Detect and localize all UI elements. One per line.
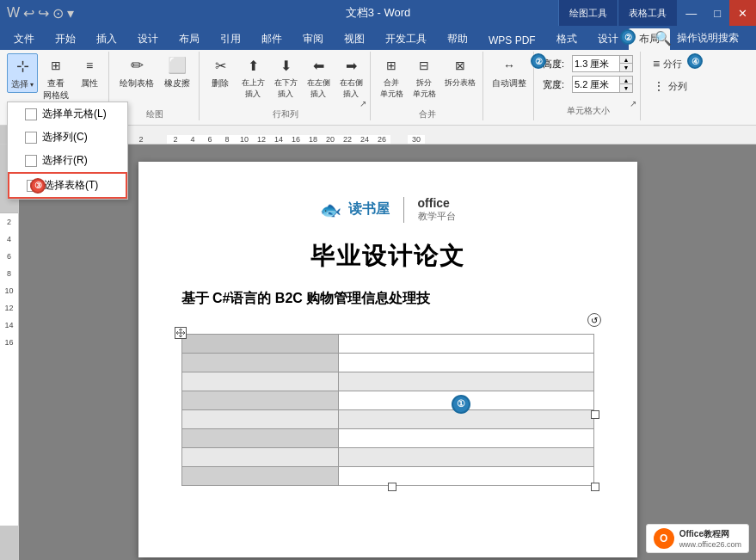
distribute-cols-button[interactable]: ⋮ 分列 <box>649 77 691 95</box>
menu-wpspdf[interactable]: WPS PDF <box>478 31 546 50</box>
table-cell-left[interactable] <box>181 429 338 448</box>
document-table-wrap: ↺ <box>181 334 594 486</box>
insert-right-button[interactable]: ➡ 在右侧插入 <box>335 53 366 102</box>
menu-file[interactable]: 文件 <box>3 28 45 50</box>
menu-help[interactable]: 帮助 <box>437 28 478 50</box>
merge-group: ⊞ 合并单元格 ⊟ 拆分单元格 ⊠ 拆分表格 合并 <box>372 52 483 120</box>
split-table-button[interactable]: ⊠ 拆分表格 <box>441 53 479 90</box>
document-title-text: 毕业设计论文 <box>181 240 594 273</box>
insert-above-button[interactable]: ⬆ 在上方插入 <box>237 53 268 102</box>
delete-icon: ✂ <box>210 55 230 76</box>
table-row <box>181 335 593 354</box>
document-title: 文档3 - Word <box>346 5 411 21</box>
eraser-button[interactable]: ⬜ 橡皮擦 <box>161 53 194 91</box>
menu-references[interactable]: 引用 <box>210 28 251 50</box>
cell-size-expand[interactable]: ↗ <box>630 99 636 108</box>
logo-office: office <box>418 196 456 210</box>
ruler-v-footer <box>0 526 18 560</box>
merge-cells-button[interactable]: ⊞ 合并单元格 <box>376 53 407 102</box>
help-search-area[interactable]: 🔍 操作说明搜索 <box>655 30 739 46</box>
cell-size-label: 单元格大小 <box>543 105 633 117</box>
draw-table-button[interactable]: ✏ 绘制表格 <box>116 53 157 91</box>
cell-size-group: ② 高度: ▲ ▼ 宽度: ▲ ▼ <box>536 52 641 120</box>
table-cell-right[interactable] <box>338 335 593 354</box>
menu-design[interactable]: 设计 <box>127 28 169 50</box>
select-icon: ⊹ <box>12 56 33 77</box>
table-cell-left[interactable] <box>181 467 338 486</box>
height-increase[interactable]: ▲ <box>620 56 632 64</box>
table-handle-right[interactable] <box>591 410 599 419</box>
watermark-logo: O <box>654 528 674 549</box>
table-cell-left[interactable] <box>181 391 338 410</box>
menu-layout[interactable]: 布局 <box>169 28 210 50</box>
col-icon <box>25 132 37 144</box>
table-cell-right[interactable] <box>338 448 593 467</box>
menu-devtools[interactable]: 开发工具 <box>375 28 437 50</box>
document-table[interactable] <box>181 334 594 486</box>
select-col-item[interactable]: 选择列(C) <box>8 126 127 149</box>
table-cell-right[interactable] <box>338 410 593 429</box>
redo-btn[interactable]: ↪ <box>38 5 49 22</box>
properties-button[interactable]: ≡ 属性 <box>74 53 105 91</box>
menu-home[interactable]: 开始 <box>45 28 86 50</box>
distribute-rows-button[interactable]: ≡ 分行 <box>649 55 691 72</box>
delete-label: 删除 <box>212 77 229 89</box>
table-cell-right[interactable] <box>338 354 593 372</box>
watermark-icon: O <box>660 532 667 545</box>
height-input[interactable] <box>573 56 619 71</box>
undo-btn[interactable]: ↩ <box>23 5 34 22</box>
table-cell-left[interactable] <box>181 410 338 429</box>
menu-view[interactable]: 视图 <box>334 28 375 50</box>
annotation-3-badge: ③ <box>30 178 46 194</box>
search-icon: 🔍 <box>655 30 672 46</box>
table-rotate-handle[interactable]: ↺ <box>587 313 601 327</box>
table-cell-right[interactable] <box>338 467 593 486</box>
table-cell-left[interactable] <box>181 335 338 354</box>
logo-left-text: 读书屋 <box>348 200 390 218</box>
close-btn[interactable]: ✕ <box>729 0 756 26</box>
more-btn[interactable]: ▾ <box>67 5 74 22</box>
menu-mailings[interactable]: 邮件 <box>251 28 292 50</box>
watermark-line2: www.office26.com <box>679 540 741 549</box>
main-area: 2 4 6 8 10 12 14 16 🐟 读书屋 office 教学平台 <box>0 145 756 560</box>
width-input[interactable] <box>573 77 619 92</box>
select-cell-item[interactable]: 选择单元格(L) <box>8 102 127 126</box>
autofit-group: ↔ 自动调整 <box>485 52 534 120</box>
table-cell-left[interactable] <box>181 372 338 391</box>
menu-format[interactable]: 格式 <box>546 28 587 50</box>
width-label: 宽度: <box>543 78 569 91</box>
maximize-btn[interactable]: □ <box>705 0 729 26</box>
select-table-item[interactable]: ☐ 选择表格(T) ③ <box>8 172 127 199</box>
table-cell-left[interactable] <box>181 448 338 467</box>
autosave-btn[interactable]: ⊙ <box>52 5 64 22</box>
width-decrease[interactable]: ▼ <box>620 84 632 92</box>
table-move-handle[interactable] <box>175 327 187 339</box>
view-gridlines-button[interactable]: ⊞ 查看网格线 <box>40 53 72 103</box>
select-button[interactable]: ⊹ 选择 ▾ <box>7 53 38 93</box>
rows-cols-expand[interactable]: ↗ <box>360 99 366 108</box>
table-cell-left[interactable] <box>181 354 338 372</box>
document-area[interactable]: 🐟 读书屋 office 教学平台 毕业设计论文 基于 C#语言的 B2C 购物… <box>19 145 756 560</box>
delete-button[interactable]: ✂ 删除 <box>205 53 236 91</box>
table-cell-right[interactable] <box>338 372 593 391</box>
insert-left-button[interactable]: ⬅ 在左侧插入 <box>303 53 334 102</box>
select-row-item[interactable]: 选择行(R) <box>8 149 127 172</box>
menu-insert[interactable]: 插入 <box>86 28 127 50</box>
select-cell-label: 选择单元格(L) <box>42 107 107 121</box>
help-search-label[interactable]: 操作说明搜索 <box>677 31 739 46</box>
insert-below-button[interactable]: ⬇ 在下方插入 <box>270 53 301 102</box>
word-icon[interactable]: W <box>7 5 20 21</box>
menu-review[interactable]: 审阅 <box>292 28 334 50</box>
table-handle-bottomright[interactable] <box>591 483 599 491</box>
cell-size-fields: ② 高度: ▲ ▼ 宽度: ▲ ▼ <box>543 55 633 93</box>
height-decrease[interactable]: ▼ <box>620 64 632 71</box>
table-cell-right[interactable] <box>338 429 593 448</box>
table-tools-tab[interactable]: 表格工具 <box>618 0 677 26</box>
table-handle-bottom[interactable] <box>388 483 396 491</box>
drawing-tools-tab[interactable]: 绘图工具 <box>558 0 618 26</box>
width-increase[interactable]: ▲ <box>620 77 632 84</box>
autofit-button[interactable]: ↔ 自动调整 <box>489 53 530 91</box>
minimize-btn[interactable]: — <box>677 0 705 26</box>
view-gridlines-label: 查看网格线 <box>43 77 69 102</box>
split-cells-button[interactable]: ⊟ 拆分单元格 <box>409 53 439 102</box>
